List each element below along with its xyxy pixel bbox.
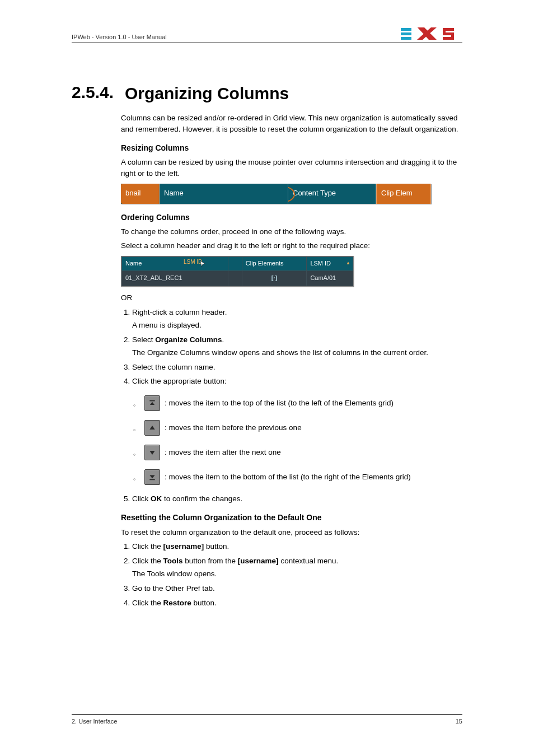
svg-rect-17	[149, 479, 154, 480]
drag-ghost-label: LSM ID	[184, 258, 202, 267]
sort-asc-icon: ▲	[346, 260, 350, 267]
move-down-icon	[144, 445, 160, 460]
illus2-th-clip-elements: Clip Elements	[242, 256, 307, 270]
step-2: Select Organize Columns. The Organize Co…	[132, 334, 462, 358]
step-1-sub: A menu is displayed.	[132, 320, 462, 331]
illus1-ctype-label: Content Type	[293, 188, 336, 199]
illus2-th-lsmid: LSM ID	[310, 260, 331, 267]
illus2-td-name: 01_XT2_ADL_REC1	[122, 270, 228, 286]
reset-step-1: Click the [username] button.	[132, 541, 462, 552]
reset-s1-pre: Click the	[132, 542, 163, 550]
illus2-th-spacer	[228, 256, 242, 270]
reset-s4-bold: Restore	[163, 599, 191, 607]
reset-s4-post: button.	[191, 599, 217, 607]
step-2-post: .	[222, 335, 224, 344]
illus1-col-clipelem: Clip Elem	[376, 184, 431, 204]
svg-rect-0	[401, 28, 411, 31]
move-top-desc: : moves the item to the top of the list …	[165, 398, 394, 409]
step-2-sub: The Organize Columns window opens and sh…	[132, 347, 462, 358]
reset-s4-pre: Click the	[132, 599, 163, 607]
reset-s2-mid: button from the	[183, 557, 238, 565]
step-3: Select the column name.	[132, 362, 462, 373]
move-bottom-icon	[144, 469, 160, 485]
ordering-lead: To change the columns order, proceed in …	[121, 226, 462, 237]
section-number: 2.5.4.	[72, 83, 120, 102]
reset-lead: To reset the column organization to the …	[121, 527, 462, 538]
reset-step-2: Click the Tools button from the [usernam…	[132, 556, 462, 580]
step-4-text: Click the appropriate button:	[132, 377, 227, 385]
illus2-td-spacer	[228, 270, 242, 286]
doc-title: IPWeb - Version 1.0 - User Manual	[72, 34, 167, 40]
illus1-col-bnail: bnail	[121, 184, 160, 204]
ordering-drag-instruction: Select a column header and drag it to th…	[121, 240, 462, 251]
step-4: Click the appropriate button: : moves th…	[132, 376, 462, 486]
step-5-post: to confirm the changes.	[162, 494, 242, 503]
or-label: OR	[121, 292, 462, 304]
drag-illustration: Name LSM ID Clip Elements LSM ID ▲	[121, 256, 354, 287]
step-5: Click OK to confirm the changes.	[132, 493, 462, 505]
section-heading: 2.5.4. Organizing Columns	[72, 83, 462, 104]
reset-s1-post: button.	[204, 542, 229, 550]
footer-left: 2. User Interface	[72, 718, 117, 725]
illus2-td-lsmid: CamA/01	[307, 270, 353, 286]
reset-s2-pre: Click the	[132, 557, 163, 565]
resizing-text: A column can be resized by using the mou…	[121, 157, 462, 179]
move-up-icon	[144, 420, 160, 436]
clip-elements-icon: [·]	[271, 274, 277, 281]
reset-step-3: Go to the Other Pref tab.	[132, 583, 462, 594]
illus1-col-name: Name	[160, 184, 288, 204]
move-top-icon	[144, 395, 160, 411]
section-title: Organizing Columns	[125, 84, 289, 103]
move-bottom-desc: : moves the item to the bottom of the li…	[165, 472, 411, 483]
step-2-bold: Organize Columns	[155, 335, 222, 344]
reset-s1-bold: [username]	[163, 542, 204, 550]
move-up-desc: : moves the item before the previous one	[165, 422, 302, 433]
resize-illustration: bnail Name ⇔ Content Type Clip Elem	[121, 184, 431, 204]
reset-step-4: Click the Restore button.	[132, 598, 462, 609]
illus2-th-name: Name	[125, 260, 142, 267]
reset-s2-bold1: Tools	[163, 557, 183, 565]
step-5-bold: OK	[151, 494, 162, 503]
step-1-text: Right-click a column header.	[132, 308, 227, 316]
reset-heading: Resetting the Column Organization to the…	[121, 512, 462, 523]
ordering-heading: Ordering Columns	[121, 212, 462, 223]
page-number: 15	[456, 718, 462, 725]
step-1: Right-click a column header. A menu is d…	[132, 307, 462, 331]
reset-s2-post: contextual menu.	[279, 557, 339, 565]
step-5-pre: Click	[132, 494, 151, 503]
reset-s2-sub: The Tools window opens.	[132, 568, 462, 580]
resizing-heading: Resizing Columns	[121, 142, 462, 153]
intro-paragraph: Columns can be resized and/or re-ordered…	[121, 113, 462, 134]
illus1-col-ctype: ⇔ Content Type	[288, 184, 376, 204]
svg-rect-16	[149, 400, 154, 402]
step-2-pre: Select	[132, 335, 155, 344]
reset-s2-bold2: [username]	[238, 557, 279, 565]
move-down-desc: : moves the item after the next one	[165, 447, 281, 458]
table-row: 01_XT2_ADL_REC1 [·] CamA/01	[122, 270, 353, 286]
